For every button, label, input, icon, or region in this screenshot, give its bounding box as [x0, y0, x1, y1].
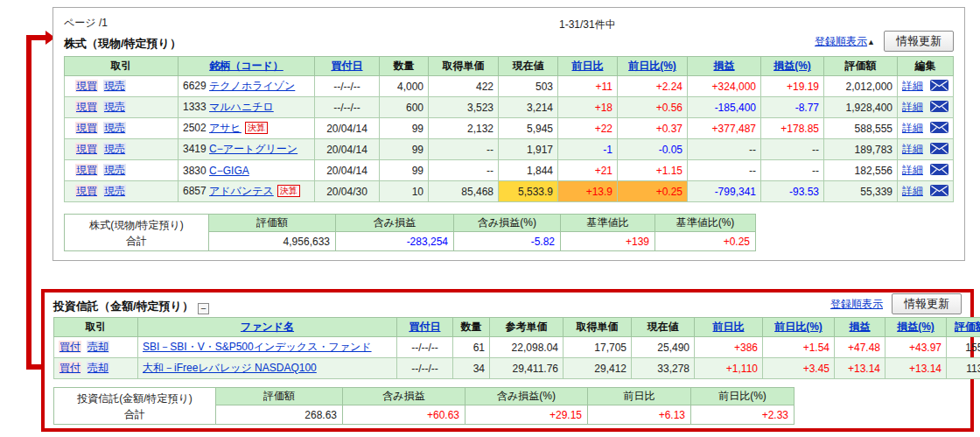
mail-icon[interactable] — [930, 185, 948, 199]
fund-row: 買付売却 SBI－SBI・V・S&P500インデックス・ファンド --/--/-… — [54, 337, 980, 358]
total-unrealized-pl-pct: -5.82 — [454, 232, 561, 251]
stock-name-link[interactable]: マルハニチロ — [209, 101, 274, 113]
mail-icon[interactable] — [930, 101, 948, 115]
day-change-pct: -0.05 — [618, 139, 688, 160]
funds-header-row: 取引 ファンド名 買付日 数量 参考単価 取得単価 現在値 前日比 前日比(%)… — [54, 318, 980, 337]
col-day-change[interactable]: 前日比 — [695, 318, 763, 337]
stock-name-link[interactable]: テクノホライゾン — [209, 80, 295, 92]
mail-icon[interactable] — [930, 122, 948, 136]
sort-order-link[interactable]: 登録順表示 — [815, 35, 867, 47]
col-pl[interactable]: 損益 — [688, 57, 761, 76]
page-row: ページ /1 1-31/31件中 — [64, 13, 954, 31]
day-change: -1 — [558, 139, 618, 160]
stock-name-link[interactable]: C−GIGA — [209, 165, 249, 177]
fund-name-link[interactable]: 大和－iFreeレバレッジ NASDAQ100 — [143, 362, 317, 374]
profit-loss-pct: +19.19 — [761, 76, 824, 97]
sell-link[interactable]: 現売 — [103, 143, 126, 155]
unit-cost: 3,523 — [429, 97, 499, 118]
total-unrealized-pl: -283,254 — [336, 232, 454, 251]
mail-icon[interactable] — [930, 80, 948, 94]
unit-cost: 85,468 — [429, 181, 499, 202]
total-unrealized-pl-pct: +29.15 — [466, 405, 588, 425]
col-pl-pct[interactable]: 損益(%) — [886, 318, 947, 337]
sell-link[interactable]: 売却 — [87, 341, 109, 353]
total-day-change-pct: +2.33 — [691, 405, 794, 425]
detail-link[interactable]: 詳細 — [902, 101, 923, 113]
collapse-icon[interactable]: − — [198, 303, 209, 314]
col-day-change[interactable]: 前日比 — [558, 57, 618, 76]
total-valuation: 268.63 — [216, 405, 343, 425]
sell-link[interactable]: 現売 — [103, 101, 126, 113]
sum-col-unrealized-pl: 含み損益 — [343, 388, 466, 405]
col-pl[interactable]: 損益 — [835, 318, 886, 337]
sell-link[interactable]: 現売 — [103, 122, 126, 134]
sell-link[interactable]: 売却 — [87, 362, 109, 374]
profit-loss: +324,000 — [688, 76, 761, 97]
day-change-pct: +0.25 — [618, 181, 688, 202]
col-edit: 編集 — [898, 57, 954, 76]
sum-col-value: 評価額 — [209, 215, 336, 232]
col-current-price: 現在値 — [499, 57, 558, 76]
quantity: 99 — [380, 160, 429, 181]
unit-cost: 422 — [429, 76, 499, 97]
col-fund-name[interactable]: ファンド名 — [138, 318, 397, 337]
refresh-button[interactable]: 情報更新 — [892, 293, 962, 314]
col-day-change-pct[interactable]: 前日比(%) — [763, 318, 835, 337]
buy-link[interactable]: 現買 — [75, 122, 98, 134]
sort-asc-icon: ▲ — [867, 38, 875, 46]
stocks-title: 株式（現物/特定預り） — [64, 36, 181, 52]
sell-link[interactable]: 現売 — [103, 80, 126, 92]
fund-name-link[interactable]: SBI－SBI・V・S&P500インデックス・ファンド — [143, 341, 372, 353]
col-quantity: 数量 — [380, 57, 429, 76]
unit-cost: 2,132 — [429, 118, 499, 139]
col-value-sorted[interactable]: 評価額▼ — [947, 318, 980, 337]
stock-row: 現買現売 3419 C−アートグリーン 20/04/14 99 -- 1,917… — [65, 139, 954, 160]
sell-link[interactable]: 現売 — [103, 164, 126, 176]
stock-name-link[interactable]: アサヒ — [209, 122, 242, 134]
stock-name-link[interactable]: アドバンテス — [209, 185, 274, 197]
buy-link[interactable]: 現買 — [75, 80, 98, 92]
col-buy-date[interactable]: 買付日 — [315, 57, 380, 76]
quantity: 4,000 — [380, 76, 429, 97]
col-pl-pct[interactable]: 損益(%) — [761, 57, 824, 76]
col-day-change-pct[interactable]: 前日比(%) — [618, 57, 688, 76]
sum-col-unrealized-pl: 含み損益 — [336, 215, 454, 232]
col-buy-date[interactable]: 買付日 — [397, 318, 453, 337]
sum-col-day-change: 前日比 — [588, 388, 691, 405]
stocks-header-row: 取引 銘柄（コード） 買付日 数量 取得単価 現在値 前日比 前日比(%) 損益… — [65, 57, 954, 76]
buy-link[interactable]: 買付 — [59, 362, 81, 374]
detail-link[interactable]: 詳細 — [902, 80, 923, 92]
refresh-button[interactable]: 情報更新 — [884, 31, 954, 52]
current-price: 1,917 — [499, 139, 558, 160]
col-symbol[interactable]: 銘柄（コード） — [178, 57, 315, 76]
col-unit-cost: 取得単価 — [429, 57, 499, 76]
buy-link[interactable]: 現買 — [75, 164, 98, 176]
stock-code: 3419 — [183, 143, 206, 155]
total-base-change-pct: +0.25 — [655, 232, 756, 251]
sort-order-link[interactable]: 登録順表示 — [830, 297, 883, 312]
valuation: 155.48 — [947, 337, 980, 358]
detail-link[interactable]: 詳細 — [902, 185, 923, 197]
stock-row: 現買現売 2502 アサヒ決算 20/04/14 99 2,132 5,945 … — [65, 118, 954, 139]
sum-col-base-change: 基準値比 — [561, 215, 655, 232]
col-trade: 取引 — [54, 318, 138, 337]
buy-date: 20/04/14 — [315, 160, 380, 181]
sum-col-unrealized-pl-pct: 含み損益(%) — [454, 215, 561, 232]
detail-link[interactable]: 詳細 — [902, 122, 923, 134]
mail-icon[interactable] — [930, 164, 948, 178]
detail-link[interactable]: 詳細 — [902, 143, 923, 155]
day-change: +18 — [558, 97, 618, 118]
sell-link[interactable]: 現売 — [103, 185, 126, 197]
buy-link[interactable]: 買付 — [59, 341, 81, 353]
detail-link[interactable]: 詳細 — [902, 164, 923, 176]
buy-link[interactable]: 現買 — [75, 143, 98, 155]
buy-link[interactable]: 現買 — [75, 185, 98, 197]
stock-name-link[interactable]: C−アートグリーン — [209, 143, 298, 155]
col-quantity: 数量 — [453, 318, 490, 337]
col-ref-price: 参考単価 — [490, 318, 564, 337]
buy-link[interactable]: 現買 — [75, 101, 98, 113]
current-price: 5,945 — [499, 118, 558, 139]
total-base-change: +139 — [561, 232, 655, 251]
mail-icon[interactable] — [930, 143, 948, 157]
stock-row: 現買現売 6857 アドバンテス決算 20/04/30 10 85,468 5,… — [65, 181, 954, 202]
